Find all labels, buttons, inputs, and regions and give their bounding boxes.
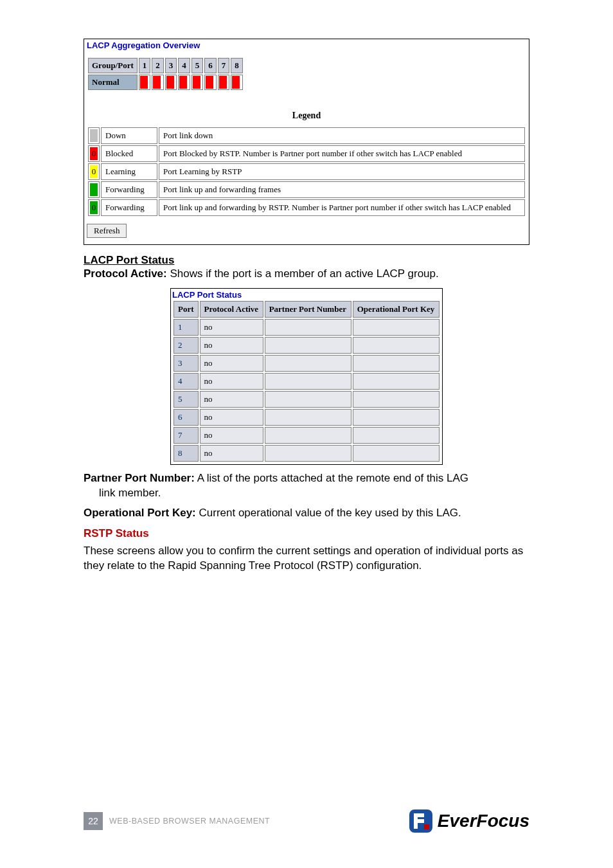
port-status-7 bbox=[218, 75, 230, 90]
cell-protocol-active: no bbox=[200, 445, 263, 462]
protocol-active-text: Shows if the port is a member of an acti… bbox=[167, 267, 439, 280]
legend-desc-blocked: Port Blocked by RSTP. Number is Partner … bbox=[159, 145, 525, 162]
legend-swatch-learning: 0 bbox=[88, 163, 100, 180]
cell-partner-port-number bbox=[265, 373, 351, 390]
legend-desc-forwarding-rstp: Port link up and forwarding by RSTP. Num… bbox=[159, 199, 525, 216]
cell-protocol-active: no bbox=[200, 337, 263, 354]
legend-name-down: Down bbox=[101, 127, 157, 144]
footer-text: WEB-BASED BROWSER MANAGEMENT bbox=[109, 817, 270, 826]
port-status-1 bbox=[139, 75, 151, 90]
operational-port-key-def: Operational Port Key: Current operationa… bbox=[84, 506, 529, 521]
port-status-title: LACP Port Status bbox=[172, 290, 441, 300]
table-row: 2no bbox=[173, 337, 440, 354]
port-header-1: 1 bbox=[139, 58, 151, 73]
legend-row-blocked: 0 Blocked Port Blocked by RSTP. Number i… bbox=[88, 145, 525, 162]
cell-operational-port-key bbox=[353, 409, 440, 426]
cell-partner-port-number bbox=[265, 427, 351, 444]
cell-operational-port-key bbox=[353, 391, 440, 408]
port-status-6 bbox=[204, 75, 217, 90]
port-status-5 bbox=[191, 75, 204, 90]
protocol-active-label: Protocol Active: bbox=[84, 267, 167, 280]
cell-partner-port-number bbox=[265, 445, 351, 462]
port-status-8 bbox=[231, 75, 243, 90]
cell-port: 5 bbox=[173, 391, 199, 408]
legend-name-learning: Learning bbox=[101, 163, 157, 180]
port-header-3: 3 bbox=[165, 58, 177, 73]
ppn-text-line1: A list of the ports attached at the remo… bbox=[195, 472, 468, 484]
overview-title: LACP Aggregation Overview bbox=[87, 41, 526, 50]
cell-port: 6 bbox=[173, 409, 199, 426]
legend-row-learning: 0 Learning Port Learning by RSTP bbox=[88, 163, 525, 180]
col-operational-port-key: Operational Port Key bbox=[353, 301, 440, 318]
lacp-port-status-panel: LACP Port Status Port Protocol Active Pa… bbox=[170, 288, 443, 465]
rstp-status-text: These screens allow you to confirm the c… bbox=[84, 544, 529, 574]
col-port: Port bbox=[173, 301, 199, 318]
cell-partner-port-number bbox=[265, 409, 351, 426]
port-status-2 bbox=[152, 75, 164, 90]
cell-port: 7 bbox=[173, 427, 199, 444]
lacp-port-status-heading: LACP Port Status bbox=[84, 254, 529, 267]
port-header-6: 6 bbox=[204, 58, 217, 73]
port-status-table: Port Protocol Active Partner Port Number… bbox=[172, 300, 441, 463]
port-header-8: 8 bbox=[231, 58, 243, 73]
cell-port: 2 bbox=[173, 337, 199, 354]
col-partner-port-number: Partner Port Number bbox=[265, 301, 351, 318]
table-row: 8no bbox=[173, 445, 440, 462]
opk-label: Operational Port Key: bbox=[84, 507, 196, 519]
table-row: 7no bbox=[173, 427, 440, 444]
legend-name-blocked: Blocked bbox=[101, 145, 157, 162]
cell-protocol-active: no bbox=[200, 355, 263, 372]
legend-row-forwarding: Forwarding Port link up and forwarding f… bbox=[88, 181, 525, 198]
table-row: 4no bbox=[173, 373, 440, 390]
partner-port-number-def: Partner Port Number: A list of the ports… bbox=[84, 471, 529, 501]
legend-swatch-forwarding-rstp: 0 bbox=[88, 199, 100, 216]
cell-port: 4 bbox=[173, 373, 199, 390]
port-header-2: 2 bbox=[152, 58, 164, 73]
cell-protocol-active: no bbox=[200, 319, 263, 336]
port-header-7: 7 bbox=[218, 58, 230, 73]
opk-text: Current operational value of the key use… bbox=[196, 507, 461, 519]
page-number: 22 bbox=[84, 812, 103, 830]
cell-operational-port-key bbox=[353, 337, 440, 354]
group-port-header: Group/Port bbox=[88, 58, 138, 73]
normal-row-label: Normal bbox=[88, 75, 138, 90]
table-row: 1no bbox=[173, 319, 440, 336]
cell-operational-port-key bbox=[353, 373, 440, 390]
legend-row-down: Down Port link down bbox=[88, 127, 525, 144]
cell-operational-port-key bbox=[353, 355, 440, 372]
ppn-text-line2: link member. bbox=[99, 486, 529, 501]
legend-title: Legend bbox=[87, 111, 526, 121]
page-footer: 22 WEB-BASED BROWSER MANAGEMENT EverFocu… bbox=[84, 809, 529, 833]
refresh-button[interactable]: Refresh bbox=[87, 224, 127, 238]
legend-swatch-blocked: 0 bbox=[88, 145, 100, 162]
legend-desc-down: Port link down bbox=[159, 127, 525, 144]
legend-name-forwarding-rstp: Forwarding bbox=[101, 199, 157, 216]
logo-mark-icon bbox=[409, 809, 432, 833]
cell-partner-port-number bbox=[265, 391, 351, 408]
legend-name-forwarding: Forwarding bbox=[101, 181, 157, 198]
legend-swatch-down bbox=[88, 127, 100, 144]
group-port-table: Group/Port 1 2 3 4 5 6 7 8 Normal bbox=[87, 57, 244, 91]
cell-protocol-active: no bbox=[200, 409, 263, 426]
table-row: 5no bbox=[173, 391, 440, 408]
lacp-aggregation-overview-panel: LACP Aggregation Overview Group/Port 1 2… bbox=[84, 39, 529, 245]
legend-desc-forwarding: Port link up and forwarding frames bbox=[159, 181, 525, 198]
cell-partner-port-number bbox=[265, 337, 351, 354]
legend-row-forwarding-rstp: 0 Forwarding Port link up and forwarding… bbox=[88, 199, 525, 216]
cell-operational-port-key bbox=[353, 445, 440, 462]
port-header-5: 5 bbox=[191, 58, 204, 73]
cell-partner-port-number bbox=[265, 355, 351, 372]
legend-table: Down Port link down 0 Blocked Port Block… bbox=[87, 126, 526, 217]
table-row: 6no bbox=[173, 409, 440, 426]
cell-protocol-active: no bbox=[200, 427, 263, 444]
rstp-status-heading: RSTP Status bbox=[84, 527, 529, 540]
port-status-3 bbox=[165, 75, 177, 90]
cell-port: 1 bbox=[173, 319, 199, 336]
legend-desc-learning: Port Learning by RSTP bbox=[159, 163, 525, 180]
table-row: 3no bbox=[173, 355, 440, 372]
cell-protocol-active: no bbox=[200, 373, 263, 390]
cell-protocol-active: no bbox=[200, 391, 263, 408]
legend-swatch-forwarding bbox=[88, 181, 100, 198]
cell-partner-port-number bbox=[265, 319, 351, 336]
logo-text: EverFocus bbox=[438, 811, 529, 831]
